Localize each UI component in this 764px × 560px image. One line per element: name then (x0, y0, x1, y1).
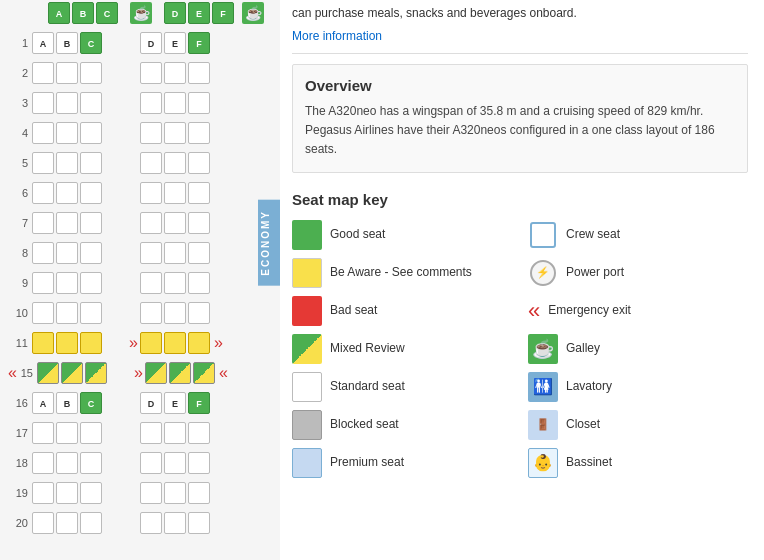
seat[interactable] (80, 422, 102, 444)
seat[interactable] (164, 122, 186, 144)
seat[interactable] (32, 122, 54, 144)
seat[interactable] (188, 122, 210, 144)
seat[interactable] (56, 212, 78, 234)
seat[interactable] (32, 272, 54, 294)
seat[interactable] (140, 272, 162, 294)
seat[interactable] (164, 482, 186, 504)
seat[interactable] (32, 152, 54, 174)
seat[interactable] (145, 362, 167, 384)
seat[interactable]: C (80, 32, 102, 54)
seat[interactable] (140, 332, 162, 354)
seat[interactable] (188, 422, 210, 444)
seat[interactable] (32, 512, 54, 534)
seat[interactable] (80, 242, 102, 264)
seat[interactable] (32, 62, 54, 84)
seat[interactable] (140, 242, 162, 264)
seat[interactable] (80, 122, 102, 144)
seat[interactable] (164, 182, 186, 204)
seat[interactable] (80, 212, 102, 234)
seat[interactable]: E (164, 32, 186, 54)
seat[interactable] (80, 512, 102, 534)
seat[interactable] (80, 452, 102, 474)
seat[interactable] (80, 302, 102, 324)
seat[interactable] (164, 512, 186, 534)
seat[interactable] (188, 452, 210, 474)
seat[interactable] (140, 422, 162, 444)
seat[interactable] (80, 482, 102, 504)
seat[interactable]: F (188, 392, 210, 414)
seat[interactable]: A (32, 392, 54, 414)
seat[interactable] (164, 302, 186, 324)
seat[interactable] (140, 212, 162, 234)
seat[interactable] (164, 92, 186, 114)
seat[interactable] (32, 422, 54, 444)
seat[interactable] (140, 512, 162, 534)
seat[interactable]: F (188, 32, 210, 54)
seat[interactable]: D (140, 32, 162, 54)
seat[interactable] (188, 62, 210, 84)
seat[interactable] (56, 302, 78, 324)
seat[interactable] (56, 92, 78, 114)
seat[interactable] (164, 452, 186, 474)
seat[interactable] (85, 362, 107, 384)
seat[interactable] (188, 212, 210, 234)
seat[interactable]: C (80, 392, 102, 414)
seat[interactable]: A (32, 32, 54, 54)
seat[interactable] (56, 62, 78, 84)
seat[interactable] (164, 212, 186, 234)
seat[interactable] (140, 482, 162, 504)
seat[interactable] (188, 152, 210, 174)
seat[interactable] (140, 182, 162, 204)
seat[interactable] (56, 512, 78, 534)
seat[interactable] (32, 452, 54, 474)
more-info-link[interactable]: More information (292, 29, 382, 43)
seat[interactable] (56, 332, 78, 354)
seat[interactable] (169, 362, 191, 384)
seat[interactable]: B (56, 32, 78, 54)
seat[interactable] (188, 272, 210, 294)
seat[interactable] (32, 482, 54, 504)
seat[interactable] (56, 422, 78, 444)
seat[interactable] (56, 242, 78, 264)
seat[interactable]: B (56, 392, 78, 414)
seat[interactable] (80, 332, 102, 354)
seat[interactable] (140, 62, 162, 84)
seat[interactable] (32, 242, 54, 264)
seat[interactable] (193, 362, 215, 384)
seat[interactable] (56, 182, 78, 204)
seat[interactable] (32, 212, 54, 234)
seat[interactable] (164, 422, 186, 444)
seat[interactable] (188, 302, 210, 324)
seat[interactable] (80, 62, 102, 84)
seat[interactable] (56, 122, 78, 144)
seat[interactable] (32, 182, 54, 204)
seat[interactable] (164, 242, 186, 264)
seat[interactable] (61, 362, 83, 384)
seat[interactable] (140, 92, 162, 114)
seat[interactable] (80, 92, 102, 114)
seat[interactable] (188, 332, 210, 354)
seat[interactable] (188, 92, 210, 114)
seat[interactable] (140, 452, 162, 474)
seat[interactable] (188, 242, 210, 264)
seat[interactable] (140, 122, 162, 144)
seat[interactable] (56, 482, 78, 504)
seat[interactable] (56, 452, 78, 474)
seat[interactable] (164, 332, 186, 354)
seat[interactable] (188, 512, 210, 534)
seat[interactable] (37, 362, 59, 384)
seat[interactable]: D (140, 392, 162, 414)
seat[interactable] (80, 182, 102, 204)
seat[interactable] (80, 272, 102, 294)
seat[interactable] (164, 152, 186, 174)
seat[interactable] (80, 152, 102, 174)
seat[interactable]: E (164, 392, 186, 414)
seat[interactable] (32, 302, 54, 324)
seat[interactable] (140, 302, 162, 324)
seat[interactable] (140, 152, 162, 174)
seat[interactable] (32, 332, 54, 354)
seat[interactable] (164, 272, 186, 294)
seat[interactable] (56, 152, 78, 174)
seat[interactable] (164, 62, 186, 84)
seat[interactable] (188, 482, 210, 504)
